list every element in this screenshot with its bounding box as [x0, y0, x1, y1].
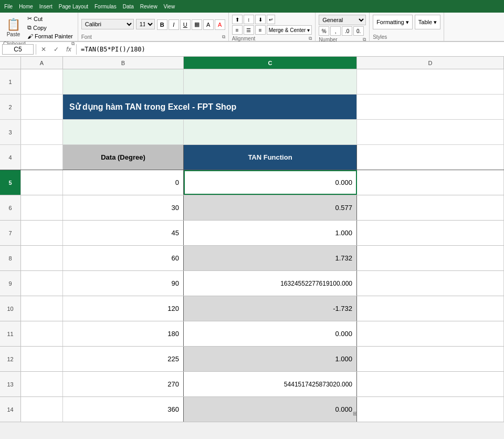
review-menu[interactable]: Review [140, 4, 158, 9]
cell-b14[interactable]: 360 [63, 397, 184, 422]
row-num-12[interactable]: 12 [0, 347, 21, 371]
cell-reference-input[interactable] [2, 44, 34, 55]
cell-c1[interactable] [184, 69, 357, 94]
confirm-formula-button[interactable]: ✓ [51, 44, 61, 55]
page-layout-menu[interactable]: Page Layout [59, 4, 88, 9]
col-header-a[interactable]: A [21, 57, 63, 69]
row-num-6[interactable]: 6 [0, 195, 21, 220]
cell-a12[interactable] [21, 347, 63, 371]
cell-b11[interactable]: 180 [63, 321, 184, 346]
border-button[interactable]: ▦ [192, 19, 202, 30]
formula-input[interactable] [79, 45, 502, 54]
row-num-5[interactable]: 5 [0, 170, 21, 195]
cell-c14[interactable]: 0.000 [184, 397, 357, 422]
cell-b10[interactable]: 120 [63, 296, 184, 321]
cell-b7[interactable]: 45 [63, 221, 184, 245]
cell-c11[interactable]: 0.000 [184, 321, 357, 346]
cell-d14[interactable] [357, 397, 504, 422]
row-num-10[interactable]: 10 [0, 296, 21, 321]
font-family-select[interactable]: Calibri [81, 19, 134, 29]
col-header-d[interactable]: D [357, 57, 504, 69]
row-num-1[interactable]: 1 [0, 69, 21, 94]
copy-button[interactable]: ⧉Copy [26, 24, 75, 32]
font-size-select[interactable]: 11 [136, 19, 155, 29]
cut-button[interactable]: ✂Cut [26, 15, 75, 23]
cell-c8[interactable]: 1.732 [184, 246, 357, 270]
cell-a10[interactable] [21, 296, 63, 321]
cell-c12[interactable]: 1.000 [184, 347, 357, 371]
row-num-7[interactable]: 7 [0, 221, 21, 245]
cell-c13[interactable]: 5441517425873020.000 [184, 372, 357, 396]
cell-d5[interactable] [357, 170, 504, 195]
paste-button[interactable]: 📋 Paste [3, 17, 24, 38]
cell-c7[interactable]: 1.000 [184, 221, 357, 245]
row-num-14[interactable]: 14 [0, 397, 21, 422]
cell-b3[interactable] [63, 120, 184, 144]
cell-b12[interactable]: 225 [63, 347, 184, 371]
home-menu[interactable]: Home [19, 4, 33, 9]
align-bottom-button[interactable]: ⬇ [255, 15, 266, 24]
cell-a11[interactable] [21, 321, 63, 346]
cell-c9[interactable]: 16324552277619100.000 [184, 271, 357, 296]
cell-c3[interactable] [184, 120, 357, 144]
cell-d4[interactable] [357, 145, 504, 170]
cell-a1[interactable] [21, 69, 63, 94]
cell-a9[interactable] [21, 271, 63, 296]
cell-d1[interactable] [357, 69, 504, 94]
row-num-8[interactable]: 8 [0, 246, 21, 270]
cell-a14[interactable] [21, 397, 63, 422]
cell-a2[interactable] [21, 95, 63, 119]
cell-b13[interactable]: 270 [63, 372, 184, 396]
cell-b5[interactable]: 0 [63, 170, 184, 195]
cell-a6[interactable] [21, 195, 63, 220]
row-num-4[interactable]: 4 [0, 145, 21, 170]
formulas-menu[interactable]: Formulas [94, 4, 117, 9]
cell-c6[interactable]: 0.577 [184, 195, 357, 220]
col-header-c[interactable]: C [184, 57, 357, 69]
cell-d13[interactable] [357, 372, 504, 396]
merge-center-button[interactable]: Merge & Center ▾ [267, 25, 312, 35]
percent-button[interactable]: % [319, 26, 329, 36]
cell-d10[interactable] [357, 296, 504, 321]
format-as-table-button[interactable]: Table ▾ [415, 15, 440, 29]
row-num-11[interactable]: 11 [0, 321, 21, 346]
fill-color-button[interactable]: A [203, 19, 214, 30]
italic-button[interactable]: I [169, 19, 179, 30]
cell-c4-header[interactable]: TAN Function [184, 145, 357, 170]
row-num-9[interactable]: 9 [0, 271, 21, 296]
cell-d11[interactable] [357, 321, 504, 346]
cell-b4-header[interactable]: Data (Degree) [63, 145, 184, 170]
align-top-button[interactable]: ⬆ [232, 15, 243, 24]
number-format-select[interactable]: General [319, 15, 366, 25]
number-expand[interactable]: ⧉ [363, 37, 366, 43]
cell-a13[interactable] [21, 372, 63, 396]
cell-c5[interactable]: 0.000 [184, 170, 357, 195]
cell-b8[interactable]: 60 [63, 246, 184, 270]
cell-c10[interactable]: -1.732 [184, 296, 357, 321]
format-painter-button[interactable]: 🖌Format Painter [26, 33, 75, 40]
align-middle-button[interactable]: ↕ [244, 15, 254, 24]
col-header-b[interactable]: B [63, 57, 184, 69]
cell-d3[interactable] [357, 120, 504, 144]
cell-d9[interactable] [357, 271, 504, 296]
cell-d2[interactable] [357, 95, 504, 119]
cell-d8[interactable] [357, 246, 504, 270]
row-num-3[interactable]: 3 [0, 120, 21, 144]
cell-b9[interactable]: 90 [63, 271, 184, 296]
bold-button[interactable]: B [157, 19, 167, 30]
align-right-button[interactable]: ≡ [255, 25, 266, 35]
cell-a5[interactable] [21, 170, 63, 195]
data-menu[interactable]: Data [123, 4, 134, 9]
file-menu[interactable]: File [4, 4, 13, 9]
cell-a4[interactable] [21, 145, 63, 170]
font-color-button[interactable]: A [215, 19, 225, 30]
row-num-2[interactable]: 2 [0, 95, 21, 119]
cell-b6[interactable]: 30 [63, 195, 184, 220]
alignment-expand[interactable]: ⧉ [309, 36, 312, 41]
cell-d7[interactable] [357, 221, 504, 245]
underline-button[interactable]: U [180, 19, 191, 30]
cell-d12[interactable] [357, 347, 504, 371]
font-expand[interactable]: ⧉ [222, 34, 225, 40]
row-num-13[interactable]: 13 [0, 372, 21, 396]
resize-handle[interactable]: ⊞ [353, 410, 357, 417]
